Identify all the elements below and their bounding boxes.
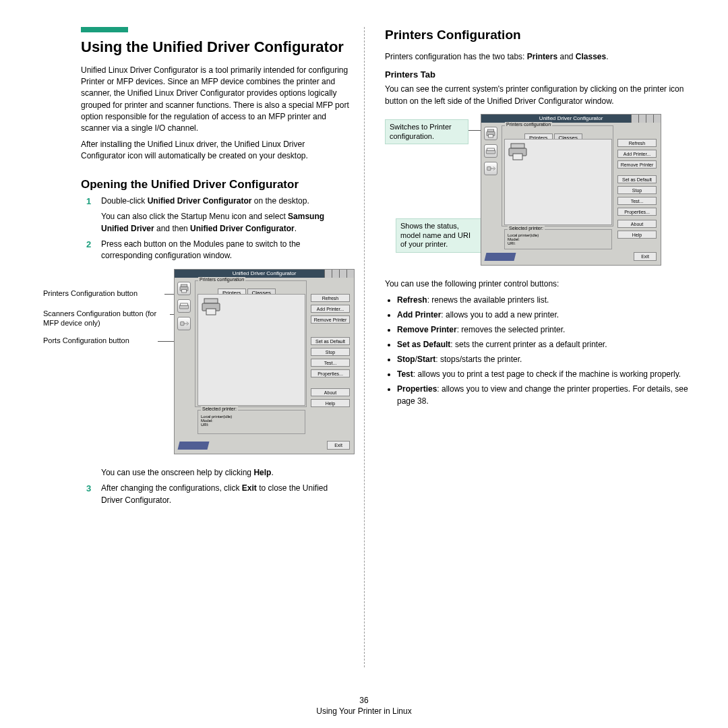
subheading-opening: Opening the Unified Driver Configurator <box>81 177 351 191</box>
remove-printer-button[interactable]: Remove Printer <box>617 160 657 169</box>
set-default-button[interactable]: Set as Default <box>617 175 657 183</box>
control-buttons-intro: You can use the following printer contro… <box>385 278 694 290</box>
stop-button[interactable]: Stop <box>311 348 350 356</box>
step-3: 3 After changing the configurations, cli… <box>34 483 351 506</box>
step-number: 2 <box>86 239 91 251</box>
samsung-logo <box>178 442 210 450</box>
scanners-config-button[interactable] <box>484 144 497 158</box>
printer-icon <box>485 128 496 139</box>
exit-button[interactable]: Exit <box>634 252 657 261</box>
page-heading: Using the Unified Driver Configurator <box>81 38 351 57</box>
add-printer-button[interactable]: Add Printer... <box>617 150 657 158</box>
step-2: 2 Press each button on the Modules pane … <box>34 239 351 262</box>
left-column: Using the Unified Driver Configurator Un… <box>34 27 364 667</box>
port-icon <box>485 164 496 173</box>
svg-rect-17 <box>513 154 522 160</box>
subheading-printers-tab: Printers Tab <box>385 69 694 80</box>
annotation-ports: Ports Configuration button <box>43 336 158 346</box>
ports-config-button[interactable] <box>484 162 497 175</box>
window-controls <box>631 115 661 123</box>
printers-config-button[interactable] <box>484 127 497 140</box>
printer-icon <box>507 142 530 162</box>
exit-button[interactable]: Exit <box>327 441 350 450</box>
port-icon <box>179 319 189 328</box>
svg-rect-8 <box>206 309 216 315</box>
printers-tab-intro: You can see the current system's printer… <box>385 84 694 107</box>
svg-rect-13 <box>487 148 495 150</box>
scanners-config-button[interactable] <box>177 299 191 313</box>
remove-printer-button[interactable]: Remove Printer <box>311 315 350 324</box>
configurator-window-2: Unified Driver Configurator Printers c <box>481 114 661 266</box>
svg-rect-4 <box>181 303 188 305</box>
ports-config-button[interactable] <box>177 317 191 330</box>
printer-icon <box>200 297 223 317</box>
callout-switch: Switches to Printer configuration. <box>385 119 468 145</box>
set-default-button[interactable]: Set as Default <box>311 337 350 345</box>
svg-rect-6 <box>204 299 218 303</box>
heading-printers-config: Printers Configuration <box>385 27 694 43</box>
step-1: 1 Double-click Unified Driver Configurat… <box>34 195 351 235</box>
intro-paragraph-2: After installing the Unified Linux drive… <box>81 139 351 162</box>
svg-rect-15 <box>511 144 524 148</box>
configurator-window: Unified Driver Configurator <box>174 269 355 454</box>
samsung-logo <box>485 253 516 261</box>
svg-rect-11 <box>489 134 493 138</box>
help-button[interactable]: Help <box>311 399 350 407</box>
test-button[interactable]: Test... <box>617 197 657 205</box>
help-hint: You can use the onscreen help by clickin… <box>101 467 351 479</box>
test-button[interactable]: Test... <box>311 359 350 367</box>
intro-paragraph-1: Unified Linux Driver Configurator is a t… <box>81 65 351 135</box>
stop-button[interactable]: Stop <box>617 186 657 194</box>
step-number: 1 <box>86 195 91 208</box>
annotation-scanners: Scanners Configuration button (for MFP d… <box>43 309 170 328</box>
page-number: 36 <box>0 696 728 705</box>
step-number: 3 <box>86 483 91 495</box>
printers-config-intro: Printers configuration has the two tabs:… <box>385 51 694 63</box>
page-footer: 36 Using Your Printer in Linux <box>0 696 728 716</box>
annotation-printers: Printers Configuration button <box>43 289 164 299</box>
svg-rect-2 <box>182 289 187 293</box>
right-column: Printers Configuration Printers configur… <box>364 27 694 667</box>
footer-text: Using Your Printer in Linux <box>316 706 411 716</box>
refresh-button[interactable]: Refresh <box>617 139 657 147</box>
control-buttons-list: Refresh: renews the available printers l… <box>397 294 694 407</box>
svg-rect-0 <box>181 284 187 286</box>
refresh-button[interactable]: Refresh <box>311 294 350 302</box>
svg-rect-5 <box>181 322 184 325</box>
scanner-icon <box>485 146 496 156</box>
printers-config-button[interactable] <box>177 282 191 295</box>
svg-rect-9 <box>487 129 493 131</box>
printers-list-area[interactable] <box>198 294 305 406</box>
svg-rect-14 <box>487 166 491 170</box>
callout-status: Shows the status, model name and URI of … <box>396 218 482 253</box>
figure-configurator: Printers Configuration button Scanners C… <box>34 269 351 458</box>
printer-icon <box>179 283 189 294</box>
accent-bar <box>81 27 128 32</box>
window-controls <box>324 270 354 278</box>
about-button[interactable]: About <box>311 388 350 396</box>
figure-printers-tab: Switches to Printer configuration. Shows… <box>385 114 694 269</box>
scanner-icon <box>179 301 189 311</box>
help-button[interactable]: Help <box>617 231 657 239</box>
about-button[interactable]: About <box>617 220 657 228</box>
properties-button[interactable]: Properties... <box>617 208 657 216</box>
add-printer-button[interactable]: Add Printer... <box>311 305 350 313</box>
properties-button[interactable]: Properties... <box>311 369 350 377</box>
printers-list-area[interactable] <box>504 139 612 225</box>
